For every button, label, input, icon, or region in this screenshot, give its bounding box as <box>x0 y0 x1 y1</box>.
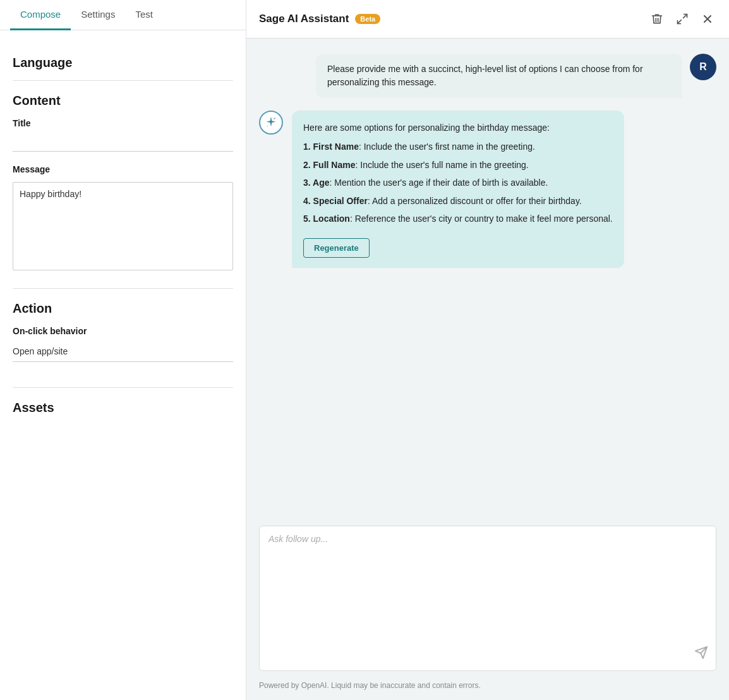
onclick-select[interactable]: Open app/site <box>13 341 233 362</box>
message-label: Message <box>13 164 233 174</box>
chat-area: Please provide me with a succinct, high-… <box>246 39 729 516</box>
input-area <box>246 516 729 676</box>
onclick-label: On-click behavior <box>13 326 233 336</box>
title-input[interactable] <box>13 133 233 152</box>
list-item: 2. Full Name: Include the user's full na… <box>303 158 613 172</box>
powered-by-text: Powered by OpenAI. Liquid may be inaccur… <box>246 676 729 700</box>
ai-title: Sage AI Assistant <box>259 13 349 25</box>
svg-line-0 <box>684 15 687 18</box>
svg-line-1 <box>678 20 682 24</box>
left-content: Language Content Title Message Happy bir… <box>0 30 246 700</box>
message-textarea[interactable]: Happy birthday! <box>13 182 233 270</box>
close-button[interactable] <box>699 10 716 28</box>
svg-point-5 <box>267 126 268 127</box>
tab-compose[interactable]: Compose <box>10 0 71 30</box>
send-button[interactable] <box>694 646 708 663</box>
action-divider <box>13 288 233 289</box>
list-item: 4. Special Offer: Add a personalized dis… <box>303 194 613 208</box>
list-item: 5. Location: Reference the user's city o… <box>303 212 613 226</box>
list-item: 3. Age: Mention the user's age if their … <box>303 176 613 190</box>
language-divider <box>13 80 233 81</box>
list-item: 1. First Name: Include the user's first … <box>303 140 613 154</box>
user-message: Please provide me with a succinct, high-… <box>259 54 716 98</box>
user-bubble: Please provide me with a succinct, high-… <box>316 54 682 98</box>
ai-header: Sage AI Assistant Beta <box>246 0 729 39</box>
title-label: Title <box>13 118 233 128</box>
expand-button[interactable] <box>673 10 691 28</box>
left-panel: Compose Settings Test Language Content T… <box>0 0 246 700</box>
followup-box <box>259 526 716 671</box>
tab-test[interactable]: Test <box>125 0 163 30</box>
regenerate-button[interactable]: Regenerate <box>303 238 370 258</box>
ai-bubble: Here are some options for personalizing … <box>292 111 624 268</box>
ai-intro-text: Here are some options for personalizing … <box>303 121 613 135</box>
assets-divider <box>13 387 233 388</box>
content-section-heading: Content <box>13 94 233 108</box>
tabs-bar: Compose Settings Test <box>0 0 246 30</box>
tab-settings[interactable]: Settings <box>71 0 125 30</box>
beta-badge: Beta <box>355 14 380 24</box>
assets-section-heading: Assets <box>13 401 233 415</box>
ai-header-actions <box>648 10 716 28</box>
ai-options-list: 1. First Name: Include the user's first … <box>303 140 613 226</box>
followup-input[interactable] <box>268 534 707 660</box>
user-avatar: R <box>690 54 716 80</box>
ai-message: Here are some options for personalizing … <box>259 111 716 268</box>
delete-button[interactable] <box>648 10 666 28</box>
ai-sparkle-icon <box>259 111 283 135</box>
svg-point-4 <box>274 118 275 119</box>
action-section-heading: Action <box>13 301 233 316</box>
onclick-wrapper: Open app/site <box>13 341 233 362</box>
language-section-heading: Language <box>13 56 233 70</box>
ai-assistant-panel: Sage AI Assistant Beta <box>246 0 729 700</box>
